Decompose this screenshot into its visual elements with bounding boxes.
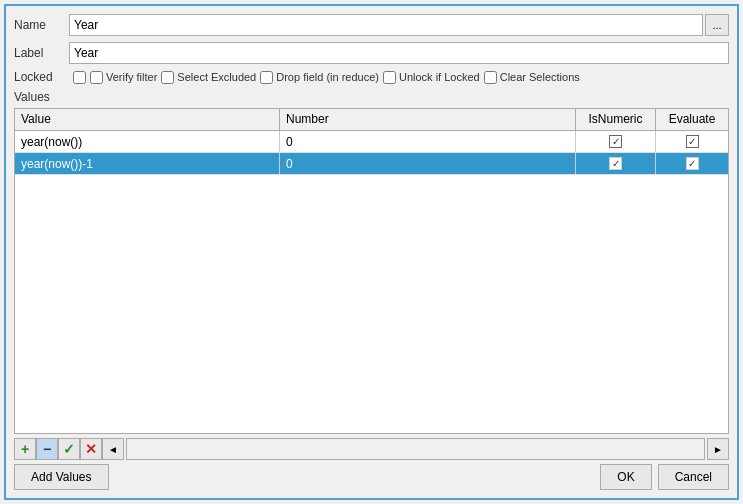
add-values-button[interactable]: Add Values <box>14 464 109 490</box>
verify-filter-checkbox[interactable] <box>90 71 103 84</box>
values-label: Values <box>14 90 729 104</box>
right-buttons: OK Cancel <box>600 464 729 490</box>
locked-checkbox[interactable] <box>73 71 86 84</box>
cancel-button[interactable]: Cancel <box>658 464 729 490</box>
cell-value-1: year(now()) <box>15 131 280 152</box>
discard-button[interactable]: ✕ <box>80 438 102 460</box>
select-excluded-label: Select Excluded <box>177 71 256 83</box>
select-excluded-item: Select Excluded <box>161 71 256 84</box>
select-excluded-checkbox[interactable] <box>161 71 174 84</box>
col-header-isnumeric: IsNumeric <box>576 109 656 130</box>
unlock-locked-checkbox[interactable] <box>383 71 396 84</box>
isnumeric-checkbox-2[interactable]: ✓ <box>609 157 622 170</box>
cell-value-2: year(now())-1 <box>15 153 280 174</box>
field-editor-dialog: Name ... Label Locked Verify filter Sele… <box>4 4 739 500</box>
col-header-value: Value <box>15 109 280 130</box>
name-row: Name ... <box>14 14 729 36</box>
unlock-locked-label: Unlock if Locked <box>399 71 480 83</box>
drop-field-item: Drop field (in reduce) <box>260 71 379 84</box>
cell-isnumeric-1: ✓ <box>576 131 656 152</box>
name-input[interactable] <box>69 14 703 36</box>
values-table: Value Number IsNumeric Evaluate year(now… <box>14 108 729 434</box>
col-header-number: Number <box>280 109 576 130</box>
checkbox-locked <box>73 71 86 84</box>
clear-selections-checkbox[interactable] <box>484 71 497 84</box>
ellipsis-button[interactable]: ... <box>705 14 729 36</box>
cell-number-2: 0 <box>280 153 576 174</box>
label-input[interactable] <box>69 42 729 64</box>
label-row: Label <box>14 42 729 64</box>
table-body: year(now()) 0 ✓ ✓ year(now())-1 0 ✓ ✓ <box>15 131 728 433</box>
cell-number-1: 0 <box>280 131 576 152</box>
table-row[interactable]: year(now()) 0 ✓ ✓ <box>15 131 728 153</box>
cell-evaluate-2: ✓ <box>656 153 728 174</box>
clear-selections-item: Clear Selections <box>484 71 580 84</box>
verify-filter-label: Verify filter <box>106 71 157 83</box>
cell-evaluate-1: ✓ <box>656 131 728 152</box>
cell-isnumeric-2: ✓ <box>576 153 656 174</box>
remove-row-button[interactable]: − <box>36 438 58 460</box>
locked-label: Locked <box>14 70 69 84</box>
ok-button[interactable]: OK <box>600 464 651 490</box>
drop-field-checkbox[interactable] <box>260 71 273 84</box>
options-row: Locked Verify filter Select Excluded Dro… <box>14 70 729 84</box>
confirm-button[interactable]: ✓ <box>58 438 80 460</box>
action-row: Add Values OK Cancel <box>14 464 729 490</box>
isnumeric-checkbox-1[interactable]: ✓ <box>609 135 622 148</box>
col-header-evaluate: Evaluate <box>656 109 728 130</box>
clear-selections-label: Clear Selections <box>500 71 580 83</box>
name-label: Name <box>14 18 69 32</box>
evaluate-checkbox-2[interactable]: ✓ <box>686 157 699 170</box>
table-row[interactable]: year(now())-1 0 ✓ ✓ <box>15 153 728 175</box>
verify-filter-item: Verify filter <box>90 71 157 84</box>
add-row-button[interactable]: + <box>14 438 36 460</box>
evaluate-checkbox-1[interactable]: ✓ <box>686 135 699 148</box>
drop-field-label: Drop field (in reduce) <box>276 71 379 83</box>
table-header: Value Number IsNumeric Evaluate <box>15 109 728 131</box>
scrollbar-track <box>126 438 705 460</box>
scroll-left-button[interactable]: ◄ <box>102 438 124 460</box>
label-label: Label <box>14 46 69 60</box>
unlock-locked-item: Unlock if Locked <box>383 71 480 84</box>
scroll-right-button[interactable]: ► <box>707 438 729 460</box>
